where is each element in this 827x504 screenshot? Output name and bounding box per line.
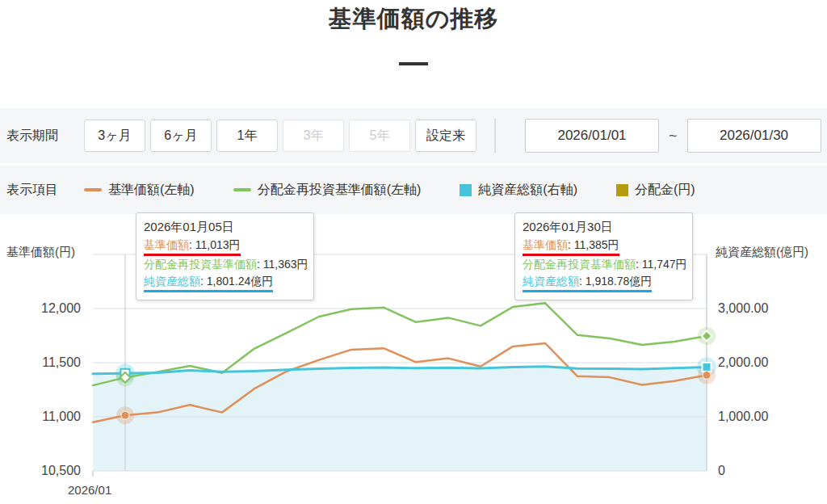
tooltip-row-reinvested-nav: 分配金再投資基準価額: 11,747円 <box>523 256 685 273</box>
tooltip-row-total-net-assets: 純資産総額: 1,918.78億円 <box>523 273 685 292</box>
left-axis-tick: 10,500 <box>16 464 81 478</box>
right-axis-tick: 2,000.00 <box>718 355 795 370</box>
right-axis-title: 純資産総額(億円) <box>716 245 808 260</box>
tooltip-row-nav: 基準価額: 11,013円 <box>144 237 306 256</box>
left-axis-tick: 11,000 <box>16 410 81 424</box>
left-axis-title: 基準価額(円) <box>6 245 75 260</box>
nav-trend-chart[interactable] <box>0 0 827 504</box>
left-axis-tick: 12,000 <box>16 301 81 316</box>
tooltip-row-reinvested-nav: 分配金再投資基準価額: 11,363円 <box>144 256 306 273</box>
x-axis-tick: 2026/01 <box>68 483 111 497</box>
tooltip-date: 2026年01月30日 <box>523 219 685 234</box>
tooltip-row-nav: 基準価額: 11,385円 <box>523 237 685 256</box>
page: 基準価額の推移 表示期間 3ヶ月 6ヶ月 1年 3年 5年 設定来 ~ 表示項目… <box>0 0 827 504</box>
chart-tooltip-jan30: 2026年01月30日 基準価額: 11,385円 分配金再投資基準価額: 11… <box>514 212 693 300</box>
tooltip-date: 2026年01月05日 <box>144 219 306 234</box>
right-axis-tick: 0 <box>718 464 795 478</box>
left-axis-tick: 11,500 <box>16 355 81 370</box>
chart-tooltip-jan05: 2026年01月05日 基準価額: 11,013円 分配金再投資基準価額: 11… <box>136 212 314 300</box>
tooltip-row-total-net-assets: 純資産総額: 1,801.24億円 <box>144 273 306 292</box>
right-axis-tick: 1,000.00 <box>718 410 795 424</box>
right-axis-tick: 3,000.00 <box>718 301 795 316</box>
